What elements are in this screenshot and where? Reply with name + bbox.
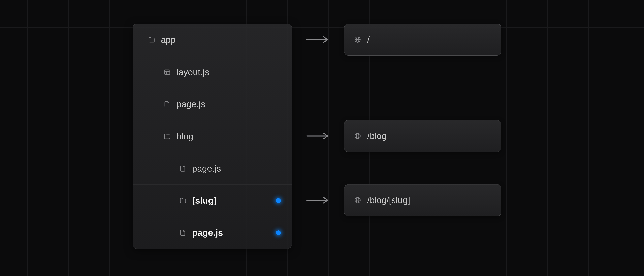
route-tag: /blog bbox=[344, 120, 501, 152]
tree-row-blog: blog bbox=[133, 120, 292, 152]
file-icon bbox=[164, 101, 171, 108]
tree-row-label: layout.js bbox=[176, 67, 209, 77]
tree-row-app-layout: layout.js bbox=[133, 56, 292, 88]
route-tag: / bbox=[344, 23, 501, 56]
tree-row-label: [slug] bbox=[192, 196, 216, 206]
route-path: /blog/[slug] bbox=[367, 195, 410, 205]
highlight-dot bbox=[276, 230, 281, 235]
route-row-app: / bbox=[306, 23, 501, 56]
tree-row-label: page.js bbox=[176, 99, 205, 109]
folder-icon bbox=[164, 133, 171, 140]
globe-icon bbox=[354, 36, 361, 43]
tree-row-label: blog bbox=[176, 131, 194, 141]
arrow-right-icon bbox=[306, 35, 330, 44]
route-path: /blog bbox=[367, 131, 386, 141]
route-row-blog: /blog bbox=[306, 120, 501, 152]
tree-row-app: app bbox=[133, 24, 292, 56]
file-icon bbox=[179, 165, 186, 172]
file-tree-panel: applayout.jspage.jsblogpage.js[slug]page… bbox=[133, 23, 292, 249]
folder-icon bbox=[179, 197, 186, 204]
tree-row-label: app bbox=[161, 35, 176, 45]
diagram-stage: applayout.jspage.jsblogpage.js[slug]page… bbox=[133, 23, 501, 249]
route-column: //blog/blog/[slug] bbox=[306, 23, 501, 249]
route-tag: /blog/[slug] bbox=[344, 184, 501, 216]
arrow-right-icon bbox=[306, 132, 330, 140]
route-row-slug: /blog/[slug] bbox=[306, 184, 501, 216]
tree-row-label: page.js bbox=[192, 228, 223, 238]
tree-row-label: page.js bbox=[192, 163, 221, 173]
layout-icon bbox=[164, 68, 171, 76]
arrow-right-icon bbox=[306, 196, 330, 204]
globe-icon bbox=[354, 132, 361, 139]
globe-icon bbox=[354, 197, 361, 204]
folder-icon bbox=[148, 36, 155, 43]
tree-row-slug: [slug] bbox=[133, 184, 292, 217]
file-icon bbox=[179, 229, 186, 236]
tree-row-blog-page: page.js bbox=[133, 152, 292, 184]
route-path: / bbox=[367, 34, 370, 45]
tree-row-app-page: page.js bbox=[133, 88, 292, 120]
highlight-dot bbox=[276, 198, 281, 203]
tree-row-slug-page: page.js bbox=[133, 217, 292, 249]
